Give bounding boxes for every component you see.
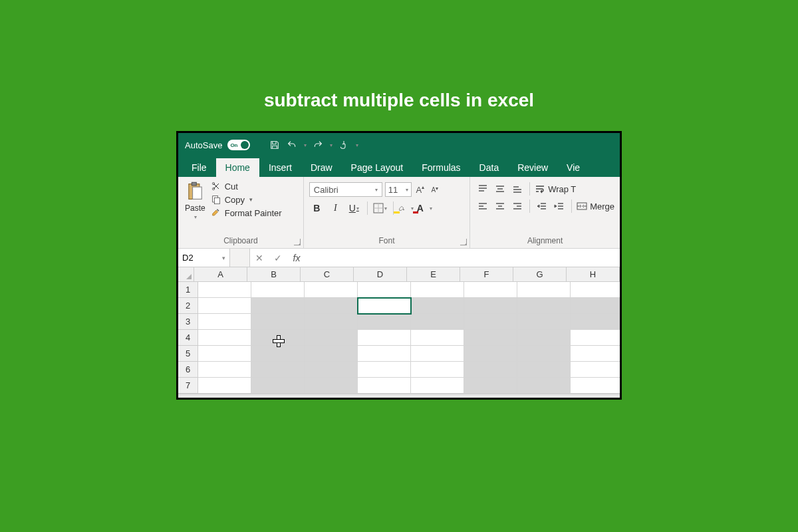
cell[interactable] xyxy=(571,298,622,314)
column-header[interactable]: C xyxy=(301,267,354,282)
cell[interactable] xyxy=(571,282,622,298)
name-box[interactable]: D2 ▾ xyxy=(178,249,230,267)
cell[interactable] xyxy=(517,362,571,378)
cell[interactable] xyxy=(198,362,251,378)
cell[interactable] xyxy=(358,298,411,314)
tab-review[interactable]: Review xyxy=(508,158,557,177)
cells-area[interactable] xyxy=(198,282,622,394)
cell[interactable] xyxy=(464,362,517,378)
enter-formula-button[interactable]: ✓ xyxy=(269,249,287,267)
font-name-select[interactable]: Calibri ▾ xyxy=(309,182,382,197)
undo-dropdown-icon[interactable]: ▾ xyxy=(304,142,307,148)
cell[interactable] xyxy=(517,298,571,314)
cell[interactable] xyxy=(358,362,411,378)
align-top-button[interactable] xyxy=(475,183,490,195)
tab-file[interactable]: File xyxy=(182,158,216,177)
cell[interactable] xyxy=(411,378,464,394)
cell[interactable] xyxy=(305,298,358,314)
column-header[interactable]: A xyxy=(194,267,247,282)
cell[interactable] xyxy=(198,314,251,330)
align-left-button[interactable] xyxy=(475,200,490,212)
wrap-text-button[interactable]: Wrap T xyxy=(535,184,576,194)
cell[interactable] xyxy=(411,346,464,362)
row-header[interactable]: 4 xyxy=(178,330,198,346)
cell[interactable] xyxy=(464,282,517,298)
cell[interactable] xyxy=(251,314,305,330)
undo-icon[interactable] xyxy=(286,139,298,151)
select-all-corner[interactable] xyxy=(178,267,194,282)
cell[interactable] xyxy=(251,378,305,394)
align-center-button[interactable] xyxy=(493,200,507,212)
font-dialog-launcher[interactable] xyxy=(460,239,467,245)
cell[interactable] xyxy=(198,282,251,298)
cell[interactable] xyxy=(411,330,464,346)
column-header[interactable]: F xyxy=(460,267,513,282)
cell[interactable] xyxy=(358,378,411,394)
cell[interactable] xyxy=(251,298,305,314)
cell[interactable] xyxy=(571,378,622,394)
cell[interactable] xyxy=(571,314,622,330)
copy-dropdown-icon[interactable]: ▾ xyxy=(249,196,253,203)
bold-button[interactable]: B xyxy=(309,201,325,215)
cell[interactable] xyxy=(198,330,251,346)
column-header[interactable]: H xyxy=(567,267,620,282)
cell[interactable] xyxy=(517,314,571,330)
cell[interactable] xyxy=(464,378,517,394)
formula-input[interactable] xyxy=(306,249,620,267)
cell[interactable] xyxy=(305,346,358,362)
cell[interactable] xyxy=(571,330,622,346)
qat-customize-icon[interactable]: ▾ xyxy=(356,142,358,148)
decrease-indent-button[interactable] xyxy=(535,200,549,212)
cell[interactable] xyxy=(571,346,622,362)
paste-dropdown-icon[interactable]: ▾ xyxy=(194,214,197,220)
paste-button[interactable]: Paste ▾ xyxy=(184,180,207,233)
column-header[interactable]: G xyxy=(513,267,567,282)
cell[interactable] xyxy=(251,330,305,346)
cut-button[interactable]: Cut xyxy=(211,181,282,192)
fx-button[interactable]: fx xyxy=(287,249,306,267)
underline-button[interactable]: U▾ xyxy=(346,201,362,215)
decrease-font-button[interactable]: A▾ xyxy=(429,183,441,196)
fill-color-button[interactable]: ▾ xyxy=(398,201,414,215)
cell[interactable] xyxy=(517,282,571,298)
tab-draw[interactable]: Draw xyxy=(301,158,342,177)
row-header[interactable]: 2 xyxy=(178,298,198,314)
cell[interactable] xyxy=(305,378,358,394)
tab-insert[interactable]: Insert xyxy=(259,158,301,177)
borders-button[interactable]: ▾ xyxy=(372,201,388,215)
column-header[interactable]: E xyxy=(407,267,460,282)
clipboard-dialog-launcher[interactable] xyxy=(294,239,301,245)
cell[interactable] xyxy=(358,330,411,346)
cell[interactable] xyxy=(198,298,251,314)
tab-data[interactable]: Data xyxy=(470,158,509,177)
align-right-button[interactable] xyxy=(510,200,525,212)
save-icon[interactable] xyxy=(269,139,281,151)
cell[interactable] xyxy=(411,282,464,298)
font-size-select[interactable]: 11 ▾ xyxy=(385,182,412,197)
cell[interactable] xyxy=(305,362,358,378)
font-color-button[interactable]: A▾ xyxy=(417,201,433,215)
autosave-toggle[interactable]: On xyxy=(227,140,250,150)
copy-button[interactable]: Copy ▾ xyxy=(211,194,282,205)
column-header[interactable]: D xyxy=(354,267,407,282)
tab-page-layout[interactable]: Page Layout xyxy=(342,158,413,177)
cell[interactable] xyxy=(358,346,411,362)
cell[interactable] xyxy=(198,378,251,394)
tab-home[interactable]: Home xyxy=(216,158,259,177)
cell[interactable] xyxy=(464,314,517,330)
merge-button[interactable]: Merge xyxy=(577,201,614,211)
row-header[interactable]: 6 xyxy=(178,362,198,378)
cell[interactable] xyxy=(411,314,464,330)
tab-formulas[interactable]: Formulas xyxy=(412,158,469,177)
cell[interactable] xyxy=(251,346,305,362)
row-header[interactable]: 3 xyxy=(178,314,198,330)
cell[interactable] xyxy=(411,298,464,314)
cell[interactable] xyxy=(305,314,358,330)
cell[interactable] xyxy=(517,346,571,362)
cell[interactable] xyxy=(358,282,411,298)
row-header[interactable]: 1 xyxy=(178,282,198,298)
cell[interactable] xyxy=(464,330,517,346)
cell[interactable] xyxy=(571,362,622,378)
row-header[interactable]: 5 xyxy=(178,346,198,362)
cell[interactable] xyxy=(464,298,517,314)
